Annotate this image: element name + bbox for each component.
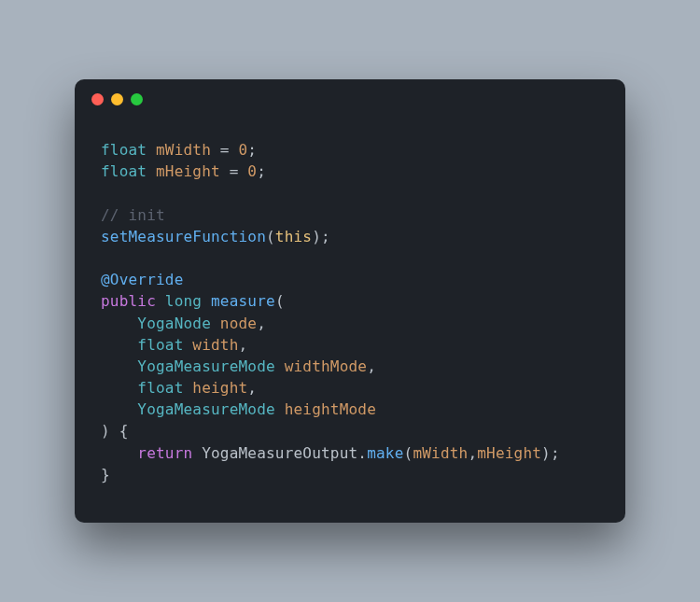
indent — [101, 336, 137, 354]
punct: , — [247, 379, 257, 397]
punct: = — [220, 162, 248, 180]
function-call: setMeasureFunction — [101, 228, 266, 245]
type-class: YogaMeasureMode — [137, 400, 275, 418]
punct: ( — [266, 228, 275, 245]
punct: } — [101, 466, 110, 483]
indent — [101, 379, 137, 397]
parameter: heightMode — [285, 400, 376, 418]
punct: . — [357, 444, 367, 462]
argument: mWidth — [413, 444, 468, 462]
number-literal: 0 — [239, 141, 248, 159]
indent — [101, 400, 137, 418]
keyword-type: long — [165, 292, 202, 310]
class-name: YogaMeasureOutput — [202, 444, 357, 462]
indent — [101, 357, 137, 375]
punct: ); — [312, 228, 330, 245]
minimize-icon[interactable] — [111, 93, 123, 105]
punct: ; — [247, 141, 257, 159]
keyword-this: this — [275, 228, 312, 245]
function-name: measure — [211, 292, 275, 310]
keyword-type: float — [101, 141, 147, 159]
number-literal: 0 — [247, 162, 257, 180]
punct: ; — [257, 162, 266, 180]
keyword-type: float — [101, 162, 147, 180]
punct: , — [367, 357, 376, 375]
punct: ) { — [101, 422, 129, 440]
keyword-type: float — [137, 379, 183, 397]
code-block: float mWidth = 0; float mHeight = 0; // … — [75, 111, 625, 495]
punct: = — [211, 141, 239, 159]
variable: mWidth — [156, 141, 211, 159]
annotation: @Override — [101, 271, 184, 288]
punct: ( — [404, 444, 413, 462]
maximize-icon[interactable] — [131, 93, 143, 105]
keyword-modifier: public — [101, 292, 156, 310]
comment: // init — [101, 206, 165, 224]
variable: mHeight — [156, 162, 220, 180]
indent — [101, 315, 137, 332]
punct: , — [468, 444, 477, 462]
punct: , — [257, 315, 266, 332]
parameter: widthMode — [285, 357, 368, 375]
close-icon[interactable] — [91, 93, 104, 105]
punct: ( — [275, 292, 285, 310]
window-titlebar — [75, 79, 625, 111]
punct: ); — [541, 444, 560, 462]
parameter: node — [220, 315, 257, 332]
keyword-return: return — [137, 444, 192, 462]
space — [156, 292, 165, 310]
type-class: YogaNode — [137, 315, 211, 332]
keyword-type: float — [137, 336, 183, 354]
parameter: height — [192, 379, 247, 397]
parameter: width — [192, 336, 238, 354]
method-call: make — [367, 444, 403, 462]
argument: mHeight — [477, 444, 541, 462]
type-class: YogaMeasureMode — [137, 357, 275, 375]
punct: , — [239, 336, 248, 354]
indent — [101, 444, 137, 462]
code-window: float mWidth = 0; float mHeight = 0; // … — [75, 79, 625, 523]
